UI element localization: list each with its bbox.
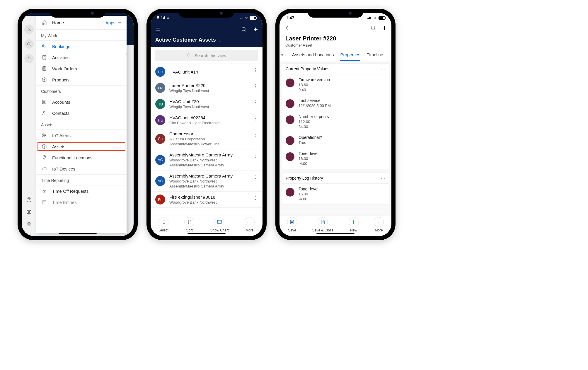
list-item[interactable]: Fe Fire extinguisher #0018Woodgrove Bank… (151, 192, 263, 208)
item-more-icon[interactable]: ⋮ (253, 174, 258, 180)
svg-point-16 (42, 134, 44, 135)
nav-time-entries[interactable]: Time Entries (36, 197, 127, 208)
help-icon[interactable] (26, 197, 32, 204)
asset-list[interactable]: Hu HVAC unit #14 ⋮LP Laser Printer #220W… (151, 64, 263, 216)
section-more-icon[interactable]: ··· (381, 176, 385, 180)
section-header: Current Property Values (286, 67, 329, 71)
nav-products[interactable]: Products (36, 74, 127, 85)
property-value: 16.00 (299, 156, 318, 161)
section-customers: Customers (36, 85, 127, 96)
item-title: HVAC unit #02264 (169, 115, 220, 120)
svg-rect-12 (45, 101, 45, 102)
footer-save-close[interactable]: Save & Close (312, 217, 334, 232)
list-item[interactable]: LP Laser Printer #220Wingtip Toys Northw… (151, 80, 263, 96)
item-title: HVAC Unit #20 (169, 99, 209, 104)
nav-iot-alerts[interactable]: IoT Alerts (36, 130, 127, 141)
list-item[interactable]: HU HVAC Unit #20Wingtip Toys Northwest ⋮ (151, 96, 263, 112)
tab-bar: ers Assets and Locations Properties Time… (279, 48, 391, 61)
property-row[interactable]: Operational?True⋮ (282, 132, 389, 148)
property-more-icon[interactable]: ⋮ (381, 115, 385, 120)
property-dot (286, 99, 294, 108)
nav-activities[interactable]: Activities (36, 52, 127, 63)
item-more-icon[interactable]: ⋮ (253, 67, 258, 73)
property-delta: 0.40 (299, 88, 330, 92)
avatar: Fe (155, 195, 165, 204)
list-item[interactable]: Hu HVAC unit #02264City Power & Light El… (151, 112, 263, 128)
list-item[interactable]: AC AssemblyMaestro Camera ArrayWoodgrove… (151, 149, 263, 170)
property-more-icon[interactable]: ⋮ (381, 78, 385, 83)
record-title: Laser Printer #220 (285, 35, 386, 42)
work-orders-icon (41, 66, 47, 71)
svg-point-5 (28, 224, 30, 225)
iot-devices-icon (41, 166, 47, 171)
nav-iot-devices[interactable]: IoT Devices (36, 163, 127, 174)
tab-properties[interactable]: Properties (340, 52, 360, 61)
property-more-icon[interactable]: ⋮ (381, 99, 385, 104)
property-more-icon[interactable]: ⋮ (381, 136, 385, 141)
hamburger-icon[interactable]: ☰ (155, 27, 161, 34)
pin-icon[interactable] (24, 54, 34, 63)
home-row[interactable]: Home Apps (36, 16, 127, 30)
item-title: HVAC unit #14 (169, 69, 198, 74)
item-more-icon[interactable]: ⋮ (253, 83, 258, 89)
signal-icon (240, 16, 243, 19)
footer-show-chart[interactable]: Show Chart (210, 217, 229, 232)
nav-bookings[interactable]: Bookings (36, 41, 127, 52)
item-title: Fire extinguisher #0018 (169, 195, 217, 200)
iot-alerts-icon (41, 133, 47, 138)
settings-icon[interactable] (26, 221, 32, 229)
activities-icon (41, 55, 47, 60)
footer-new[interactable]: New (349, 217, 359, 232)
property-value: 18.60 (299, 83, 330, 87)
profile-icon[interactable] (24, 25, 34, 34)
list-item[interactable]: AC AssemblyMaestro Camera ArrayWoodgrove… (151, 170, 263, 192)
properties-body[interactable]: Current Property Values··· Firmware vers… (279, 61, 391, 216)
nav-functional-locations[interactable]: Functional Locations (36, 152, 127, 163)
search-input[interactable]: Search this view (155, 50, 258, 61)
recent-icon[interactable] (24, 39, 34, 49)
property-more-icon[interactable]: ⋮ (381, 187, 385, 193)
avatar: Co (155, 134, 165, 144)
view-title[interactable]: Active Customer Assets ⌄ (155, 37, 258, 43)
nav-time-off[interactable]: Time Off Requests (36, 185, 127, 197)
add-icon[interactable]: + (382, 25, 387, 33)
nav-drawer: Home Apps My Work Bookings Activities Wo… (36, 16, 127, 233)
search-icon[interactable] (371, 25, 376, 33)
section-more-icon[interactable]: ··· (381, 67, 385, 71)
apps-link[interactable]: Apps (105, 20, 122, 25)
add-icon[interactable]: + (253, 27, 258, 34)
footer-select[interactable]: Select (158, 217, 168, 232)
item-sub1: Wingtip Toys Northwest (169, 105, 209, 109)
search-icon[interactable] (241, 27, 247, 34)
property-name: Firmware version (299, 77, 330, 82)
item-more-icon[interactable]: ⋮ (253, 132, 258, 137)
property-row[interactable]: Firmware version18.600.40⋮ (282, 74, 389, 95)
item-more-icon[interactable]: ⋮ (253, 195, 258, 201)
phone-nav-drawer: + genda Sa 24 · · · More Home Apps My Wo… (18, 9, 138, 240)
property-name: Toner level (299, 151, 318, 156)
nav-contacts[interactable]: Contacts (36, 108, 127, 119)
tab-assets-locations[interactable]: Assets and Locations (292, 52, 334, 61)
footer-more[interactable]: ···More (245, 217, 255, 232)
property-row[interactable]: Toner level16.00-4.00⋮ (282, 184, 389, 204)
nav-accounts[interactable]: Accounts (36, 96, 127, 108)
list-item[interactable]: Co CompressorA Datum CorporationAssembly… (151, 128, 263, 149)
nav-work-orders[interactable]: Work Orders (36, 63, 127, 74)
footer-sort[interactable]: Sort (184, 217, 194, 232)
footer-save[interactable]: Save (287, 217, 297, 232)
tab-timeline[interactable]: Timeline (367, 52, 383, 61)
property-row[interactable]: Number of prints112.0034.00⋮ (282, 111, 389, 132)
footer-more[interactable]: ···More (374, 217, 384, 232)
globe-icon[interactable] (26, 209, 32, 216)
item-more-icon[interactable]: ⋮ (253, 100, 258, 105)
property-row[interactable]: Last service12/1/2020 5:00 PM⋮ (282, 95, 389, 111)
property-more-icon[interactable]: ⋮ (381, 152, 385, 157)
list-item[interactable]: Hu HVAC unit #14 ⋮ (151, 64, 263, 80)
property-row[interactable]: Toner level16.00-4.00⋮ (282, 148, 389, 169)
item-more-icon[interactable]: ⋮ (253, 116, 258, 121)
tab-overflow-left[interactable]: ers (279, 52, 286, 61)
nav-assets[interactable]: Assets (36, 141, 127, 152)
section-header: Property Log History (286, 176, 323, 180)
item-more-icon[interactable]: ⋮ (253, 153, 258, 158)
back-icon[interactable] (284, 25, 290, 32)
